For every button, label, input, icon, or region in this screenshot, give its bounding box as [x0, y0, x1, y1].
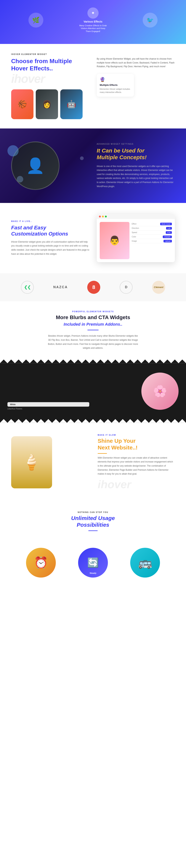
- editor-header: [97, 214, 175, 219]
- hover-card-3: 🤖: [60, 89, 83, 119]
- multiple-effects-box: 🔮 Multiple Effects Elementor iHover widg…: [97, 74, 134, 97]
- blurs-section: POWERFUL ELEMENTOR WIDGETS More Blurbs a…: [0, 301, 186, 360]
- flowers-section-wrapper: White Liliacthus Flowers 🌸: [0, 360, 186, 423]
- hover-card-2: 👩: [36, 89, 58, 119]
- logo-item-3: 8: [87, 281, 100, 294]
- bottom-icon-bus: 🚌: [130, 548, 160, 580]
- bottom-circle-yellow: ⏰: [26, 548, 56, 578]
- hero-left-icon: 🌿: [29, 13, 43, 28]
- blurs-tag: POWERFUL ELEMENTOR WIDGETS: [11, 311, 175, 313]
- hover-title: Choose from Multiple Hover Effects..: [11, 58, 89, 72]
- unlimited-section: NOTHING CAN STOP YOU Unlimited Usage Pos…: [0, 502, 186, 544]
- logo-item-5: Clément: [152, 281, 165, 294]
- fast-description: iHover Elementor widget gives you allot …: [11, 240, 89, 256]
- bottom-circle-wrapper: 🔄 Steady: [78, 548, 108, 580]
- dot-red: [99, 216, 101, 217]
- blurs-subtitle: Included in Premium Addons..: [11, 322, 175, 327]
- logo-bar-section: ❮❮ NAZCA 8 D Clément: [0, 273, 186, 301]
- hero-right-icon: 🐦: [143, 13, 157, 28]
- hover-left-panel: IHOVER ELEMENTOR WIDGET Choose from Mult…: [11, 53, 89, 119]
- multiple-effects-icon: 🔮: [100, 77, 131, 82]
- logo-circle-green: ❮❮: [21, 281, 34, 294]
- shine-divider: [98, 453, 107, 454]
- bottom-icons-section: ⏰ 🔄 Steady 🚌: [0, 544, 186, 587]
- logo-item-2: NAZCA: [53, 285, 68, 289]
- bubble-3: [80, 156, 84, 160]
- unlimited-title: Unlimited Usage Possibilities: [11, 515, 175, 528]
- hover-images: 🏀 👩 🤖: [11, 89, 89, 119]
- bottom-circle-blue: 🔄 Steady: [78, 548, 108, 578]
- steady-label: Steady: [90, 572, 96, 574]
- flowers-section: White Liliacthus Flowers 🌸: [0, 363, 186, 419]
- fast-left: MAKE IT A LIVE.. Fast and Easy Customiza…: [11, 220, 89, 256]
- shine-section: 🍦 MAKE IT GLOW Shine Up Your Next Websit…: [0, 423, 186, 502]
- hover-description: By using iHover Elementor Widget, you wi…: [97, 57, 175, 68]
- portrait-placeholder: 👤: [26, 157, 45, 175]
- logo-circle-red: 8: [87, 281, 100, 294]
- bottom-icon-alarm: ⏰: [26, 548, 56, 580]
- blurs-divider: [87, 330, 99, 330]
- blurs-title: More Blurbs and CTA Widgets: [11, 314, 175, 321]
- shine-right: MAKE IT GLOW Shine Up Your Next Website.…: [98, 434, 175, 491]
- flowers-label: White: [7, 402, 89, 407]
- multiple-effects-title: Multiple Effects: [100, 84, 131, 86]
- multiple-effects-desc: Elementor iHover widget includes many in…: [100, 88, 131, 94]
- hero-section: 🌿 ✦ Various Effects Many Creative Effect…: [0, 0, 186, 44]
- hover-card-1: 🏀: [11, 89, 34, 119]
- flowers-sublabel: Liliacthus Flowers: [7, 408, 89, 410]
- dot-green: [105, 216, 107, 217]
- flowers-right: 🌸: [97, 363, 186, 419]
- portrait-circle: 👤: [11, 142, 60, 190]
- advanced-description: iHover is one of the most used Elementor…: [97, 164, 175, 189]
- editor-row-5: Image Upload: [132, 239, 172, 243]
- shine-watermark: ihover: [98, 478, 175, 491]
- advanced-section: 👤 ADVANCED WIDGET SETTINGS It Can be Use…: [0, 128, 186, 203]
- editor-mockup: 👨 Effect Book Cover Direction Left Speed: [97, 214, 175, 262]
- hero-subtitle: Many Creative Effects to Grab Visitors A…: [78, 24, 108, 33]
- hover-right-panel: By using iHover Elementor Widget, you wi…: [97, 53, 175, 97]
- advanced-right: ADVANCED WIDGET SETTINGS It Can be Used …: [97, 143, 175, 189]
- editor-preview: 👨: [100, 222, 129, 259]
- bottom-icon-steady: 🔄 Steady: [78, 548, 108, 580]
- advanced-tag: ADVANCED WIDGET SETTINGS: [97, 143, 175, 145]
- logo-circle-dark: D: [120, 281, 133, 294]
- fast-tag: MAKE IT A LIVE..: [11, 220, 89, 222]
- fast-title: Fast and Easy Customization Options: [11, 224, 89, 237]
- blurs-description: Besides iHover widget, Premium Addons in…: [46, 334, 140, 350]
- hero-center: ✦ Various Effects Many Creative Effects …: [78, 7, 108, 33]
- logo-circle-beige: Clément: [152, 281, 165, 294]
- shine-title: Shine Up Your Next Website..!: [98, 437, 175, 451]
- logo-item-4: D: [120, 281, 133, 294]
- shine-left: 🍦: [11, 436, 88, 488]
- zigzag-top: [0, 360, 186, 363]
- bubble-1: [7, 145, 18, 156]
- advanced-title: It Can be Used for Multiple Concepts!: [97, 147, 175, 161]
- shine-tag: MAKE IT GLOW: [98, 434, 175, 436]
- hero-center-icon: ✦: [87, 7, 99, 19]
- hero-title: Various Effects: [78, 20, 108, 23]
- hover-watermark: ihover: [11, 72, 89, 86]
- hover-tag: IHOVER ELEMENTOR WIDGET: [11, 53, 89, 55]
- shine-description: With Elementor iHover widget you can cre…: [98, 456, 175, 476]
- dot-yellow: [102, 216, 104, 217]
- editor-row-1: Effect Book Cover: [132, 222, 172, 226]
- flowers-circle: 🌸: [141, 373, 179, 410]
- zigzag-bottom: [0, 419, 186, 423]
- hover-widget-section: IHOVER ELEMENTOR WIDGET Choose from Mult…: [0, 44, 186, 128]
- flowers-left: White Liliacthus Flowers: [0, 363, 97, 419]
- unlimited-tag: NOTHING CAN STOP YOU: [11, 511, 175, 513]
- editor-content: 👨 Effect Book Cover Direction Left Speed: [97, 219, 175, 262]
- bottom-circle-teal: 🚌: [130, 548, 160, 578]
- fast-section: MAKE IT A LIVE.. Fast and Easy Customiza…: [0, 203, 186, 273]
- editor-panel: Effect Book Cover Direction Left Speed 0…: [132, 222, 172, 259]
- logo-nazca: NAZCA: [53, 285, 68, 289]
- icecream-image: 🍦: [11, 436, 52, 488]
- editor-row-4: Color #3a3af4: [132, 235, 172, 239]
- bubble-2: [17, 176, 23, 183]
- advanced-left: 👤: [11, 142, 89, 190]
- unlimited-divider: [88, 530, 98, 531]
- editor-row-3: Speed 0.5s: [132, 230, 172, 235]
- logo-item-1: ❮❮: [21, 281, 34, 294]
- fast-right: 👨 Effect Book Cover Direction Left Speed: [97, 214, 175, 262]
- editor-row-2: Direction Left: [132, 226, 172, 230]
